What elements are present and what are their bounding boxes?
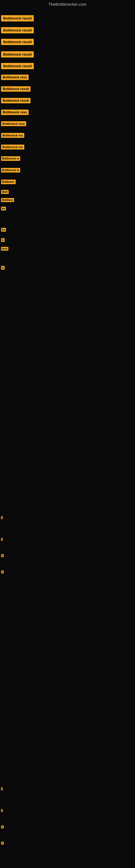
bottleneck-badge-25[interactable]: B [1,554,4,557]
bottleneck-badge-12[interactable]: Bottleneck res [1,145,24,150]
row-28: | [1,808,3,813]
row-13: Bottleneck re [1,156,20,162]
bottleneck-badge-23[interactable]: | [1,516,3,519]
bottleneck-badge-13[interactable]: Bottleneck re [1,156,20,161]
row-9: Bottleneck resu [1,110,29,116]
bottleneck-badge-5[interactable]: Bottleneck result [1,63,34,69]
row-5: Bottleneck result [1,63,34,70]
row-2: Bottleneck result [1,27,34,34]
row-23: | [1,516,3,520]
row-1: Bottleneck result [1,15,34,23]
bottleneck-badge-18[interactable]: Bo [1,207,6,211]
row-24: | [1,537,3,542]
bottleneck-badge-16[interactable]: Bott [1,190,9,194]
bottleneck-badge-19[interactable]: Bo [1,228,6,231]
row-18: Bo [1,207,6,212]
row-26: B [1,569,4,575]
bottleneck-badge-20[interactable]: B [1,238,5,242]
row-6: Bottleneck resu [1,74,29,81]
row-29: B [1,825,4,830]
row-21: Bottl [1,247,8,252]
row-19: Bo [1,228,6,233]
bottleneck-badge-1[interactable]: Bottleneck result [1,15,34,22]
row-10: Bottleneck resu [1,121,26,127]
bottleneck-badge-10[interactable]: Bottleneck resu [1,121,26,126]
page-container: TheBottlenecker.com Bottleneck result Bo… [0,0,135,868]
row-11: Bottleneck res [1,133,24,139]
bottleneck-badge-7[interactable]: Bottleneck result [1,86,31,92]
row-3: Bottleneck result [1,39,34,46]
bottleneck-badge-21[interactable]: Bottl [1,247,8,251]
bottleneck-badge-8[interactable]: Bottleneck result [1,98,31,103]
bottleneck-badge-9[interactable]: Bottleneck resu [1,110,29,115]
bottleneck-badge-24[interactable]: | [1,538,3,541]
row-20: B [1,238,5,243]
bottleneck-badge-15[interactable]: Bottlenec [1,180,16,184]
bottleneck-badge-3[interactable]: Bottleneck result [1,39,34,45]
row-14: Bottleneck re [1,168,20,174]
row-17: Bottlene [1,198,14,203]
bottleneck-badge-26[interactable]: B [1,570,4,574]
bottleneck-badge-22[interactable]: B [1,266,5,270]
bottleneck-badge-17[interactable]: Bottlene [1,198,14,202]
row-27: | [1,786,3,792]
row-15: Bottlenec [1,180,16,185]
row-25: B [1,553,4,558]
bottleneck-badge-28[interactable]: | [1,809,3,812]
row-12: Bottleneck res [1,145,24,151]
bottleneck-badge-29[interactable]: B [1,826,4,828]
bottleneck-badge-6[interactable]: Bottleneck resu [1,74,29,80]
bottleneck-badge-14[interactable]: Bottleneck re [1,168,20,173]
bottleneck-badge-27[interactable]: | [1,787,3,790]
site-title: TheBottlenecker.com [0,0,135,8]
row-4: Bottleneck result [1,51,34,59]
bottleneck-badge-4[interactable]: Bottleneck result [1,51,34,58]
row-7: Bottleneck result [1,86,31,93]
bottleneck-badge-2[interactable]: Bottleneck result [1,27,34,33]
row-8: Bottleneck result [1,98,31,104]
row-22: B [1,266,5,271]
bottleneck-badge-30[interactable]: B [1,842,4,845]
row-30: B [1,841,4,846]
row-16: Bott [1,190,9,195]
bottleneck-badge-11[interactable]: Bottleneck res [1,133,24,138]
